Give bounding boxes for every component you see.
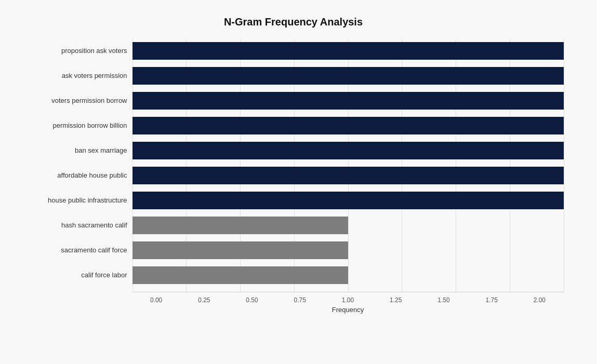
bar-row: hash sacramento calif — [23, 213, 564, 238]
x-tick: 0.50 — [228, 296, 276, 304]
bar-track — [132, 192, 564, 209]
bar-label: permission borrow billion — [23, 122, 132, 129]
x-axis-line — [132, 292, 564, 292]
x-tick: 1.50 — [420, 296, 468, 304]
bar-track — [132, 117, 564, 134]
bar-fill — [132, 217, 348, 234]
bar-label: affordable house public — [23, 171, 132, 179]
x-tick: 1.00 — [324, 296, 372, 304]
bars-section: proposition ask votersask voters permiss… — [23, 38, 564, 288]
bar-track — [132, 217, 564, 234]
bars-wrapper: proposition ask votersask voters permiss… — [23, 38, 564, 292]
bar-fill — [132, 192, 564, 209]
x-axis: 0.000.250.500.751.001.251.501.752.00 — [132, 296, 564, 304]
grid-line — [564, 38, 564, 292]
bar-fill — [132, 92, 564, 110]
chart-title: N-Gram Frequency Analysis — [23, 16, 564, 28]
bar-row: calif force labor — [23, 263, 564, 288]
chart-area: proposition ask votersask voters permiss… — [23, 38, 564, 314]
bar-row: ask voters permission — [23, 63, 564, 88]
bar-row: sacramento calif force — [23, 238, 564, 263]
bar-track — [132, 266, 564, 284]
x-tick: 1.25 — [372, 296, 420, 304]
bar-row: ban sex marriage — [23, 138, 564, 163]
bar-fill — [132, 142, 564, 159]
chart-container: N-Gram Frequency Analysis proposition as… — [13, 6, 585, 359]
x-tick: 0.00 — [132, 296, 180, 304]
bar-label: sacramento calif force — [23, 246, 132, 254]
bar-track — [132, 241, 564, 259]
bar-row: proposition ask voters — [23, 38, 564, 63]
x-tick: 2.00 — [515, 296, 563, 304]
bar-label: ask voters permission — [23, 72, 132, 79]
bar-label: hash sacramento calif — [23, 221, 132, 229]
bar-track — [132, 42, 564, 60]
bar-track — [132, 142, 564, 159]
bar-track — [132, 67, 564, 85]
bar-label: ban sex marriage — [23, 146, 132, 154]
x-axis-label: Frequency — [132, 306, 564, 314]
x-tick: 0.75 — [276, 296, 324, 304]
bar-fill — [132, 67, 564, 85]
bar-row: permission borrow billion — [23, 113, 564, 138]
x-tick: 0.25 — [180, 296, 228, 304]
bar-fill — [132, 42, 564, 60]
bar-row: voters permission borrow — [23, 88, 564, 113]
bar-row: house public infrastructure — [23, 188, 564, 213]
bar-fill — [132, 241, 348, 259]
bar-fill — [132, 117, 564, 134]
bar-fill — [132, 167, 564, 184]
bar-row: affordable house public — [23, 163, 564, 188]
bar-fill — [132, 266, 348, 284]
bar-track — [132, 167, 564, 184]
bar-label: house public infrastructure — [23, 196, 132, 204]
bar-label: voters permission borrow — [23, 97, 132, 104]
bar-label: proposition ask voters — [23, 47, 132, 55]
x-tick: 1.75 — [468, 296, 515, 304]
bar-label: calif force labor — [23, 271, 132, 279]
bar-track — [132, 92, 564, 110]
